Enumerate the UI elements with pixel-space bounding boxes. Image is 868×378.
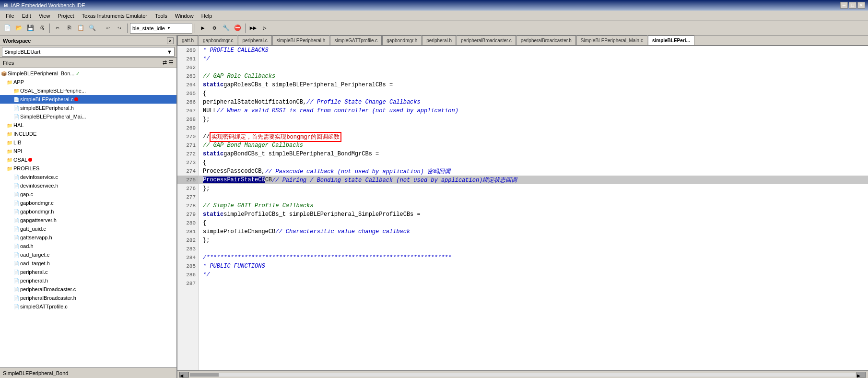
tree-item-app[interactable]: 📁APP	[0, 78, 176, 86]
print-button[interactable]: 🖨	[36, 23, 47, 34]
tab-peripheralBroadcaster-h[interactable]: peripheralBroadcaster.h	[516, 35, 576, 45]
tab-gapbondmgr-c[interactable]: gapbondmgr.c	[199, 35, 237, 45]
tree-item-label: LIB	[13, 140, 22, 145]
tree-item-lib[interactable]: 📁LIB	[0, 138, 176, 147]
line-numbers: 2602612622632642652662672682692702712722…	[177, 46, 199, 370]
paste-button[interactable]: 📋	[75, 23, 86, 34]
new-file-button[interactable]: 📄	[2, 23, 12, 34]
tree-item-osal-simplebleperiphe---[interactable]: 📁OSAL_SimpleBLEPeriphe...	[0, 86, 176, 95]
line-number: 261	[177, 55, 199, 63]
menu-window[interactable]: Window	[171, 12, 198, 20]
workspace-header: Workspace ×	[0, 35, 176, 46]
maximize-button[interactable]: □	[849, 2, 856, 9]
tab-peripheral-h[interactable]: peripheral.h	[422, 35, 456, 45]
tree-item-peripheralbroadcaster-h[interactable]: 📄peripheralBroadcaster.h	[0, 294, 176, 302]
tree-item-gapgattserver-h[interactable]: 📄gapgattserver.h	[0, 216, 176, 224]
cut-button[interactable]: ✂	[52, 23, 63, 34]
tree-item-include[interactable]: 📁INCLUDE	[0, 130, 176, 138]
tree-item-hal[interactable]: 📁HAL	[0, 121, 176, 130]
tree-item-npi[interactable]: 📁NPI	[0, 147, 176, 155]
scrollbar-track[interactable]	[190, 373, 856, 377]
workspace-dropdown[interactable]: SimpleBLEUart ▼	[2, 47, 175, 57]
save-button[interactable]: 💾	[25, 23, 35, 34]
tree-item-profiles[interactable]: 📁PROFILES	[0, 164, 176, 173]
tree-item-gapbondmgr-h[interactable]: 📄gapbondmgr.h	[0, 207, 176, 216]
stop-build-button[interactable]: ⛔	[232, 23, 243, 34]
debug-without-download-button[interactable]: ▷	[259, 23, 270, 34]
scroll-left-button[interactable]: ◀	[179, 372, 189, 378]
menu-view[interactable]: View	[35, 12, 54, 20]
menu-edit[interactable]: Edit	[18, 12, 35, 20]
menubar: File Edit View Project Texas Instruments…	[0, 11, 868, 21]
download-debug-button[interactable]: ▶▶	[248, 23, 258, 34]
find-button[interactable]: 🔍	[87, 23, 97, 34]
tree-item-simplebleperipheral-mai---[interactable]: 📄SimpleBLEPeripheral_Mai...	[0, 112, 176, 121]
workspace-close-button[interactable]: ×	[167, 37, 174, 44]
build-config-dropdown[interactable]: ble_state_idle ▼	[130, 23, 192, 34]
tree-item-peripheralbroadcaster-c[interactable]: 📄peripheralBroadcaster.c	[0, 285, 176, 294]
code-line: {	[199, 89, 868, 98]
tree-item-gattservapp-h[interactable]: 📄gattservapp.h	[0, 233, 176, 242]
tree-item-label: INCLUDE	[13, 131, 36, 137]
line-number: 267	[177, 106, 199, 115]
folder-icon: 📁	[7, 123, 12, 128]
tree-item-simplebleperipheral-h[interactable]: 📄simpleBLEPeripheral.h	[0, 104, 176, 112]
line-number: 286	[177, 271, 199, 279]
tree-item-peripheral-c[interactable]: 📄peripheral.c	[0, 268, 176, 276]
compile-button[interactable]: ▶	[198, 23, 208, 34]
tab-gapbondmgr-h[interactable]: gapbondmgr.h	[382, 35, 422, 45]
tab-simpleBLEPeripheral-h[interactable]: simpleBLEPeripheral.h	[272, 35, 330, 45]
file-icon: 📄	[13, 287, 19, 292]
line-number: 263	[177, 72, 199, 81]
copy-button[interactable]: ⎘	[64, 23, 74, 34]
file-icon: 📄	[13, 201, 19, 206]
code-content[interactable]: * PROFILE CALLBACKS */// GAP Role Callba…	[199, 46, 868, 370]
tab-SimpleBLEPeripheral-Main-c[interactable]: SimpleBLEPeripheral_Main.c	[576, 35, 647, 45]
menu-file[interactable]: File	[2, 12, 18, 20]
tree-item-gap-c[interactable]: 📄gap.c	[0, 190, 176, 199]
minimize-button[interactable]: ─	[840, 2, 848, 9]
code-line: // Simple GATT Profile Callbacks	[199, 201, 868, 210]
rebuild-button[interactable]: 🔧	[221, 23, 231, 34]
tree-item-peripheral-h[interactable]: 📄peripheral.h	[0, 276, 176, 285]
tab-peripheralBroadcaster-c[interactable]: peripheralBroadcaster.c	[457, 35, 516, 45]
tree-item-devinfoservice-c[interactable]: 📄devinfoservice.c	[0, 173, 176, 181]
line-number: 282	[177, 236, 199, 245]
tree-item-gatt-uuid-c[interactable]: 📄gatt_uuid.c	[0, 224, 176, 233]
tab-gatt-h[interactable]: gatt.h	[177, 35, 198, 45]
folder-icon: 📁	[7, 149, 12, 154]
tree-item-oad-target-h[interactable]: 📄oad_target.h	[0, 259, 176, 268]
close-button[interactable]: ✕	[857, 2, 865, 9]
tree-item-oad-target-c[interactable]: 📄oad_target.c	[0, 250, 176, 259]
horizontal-scrollbar[interactable]: ◀ ▶	[177, 370, 868, 378]
tab-simpleBLEPeri---[interactable]: simpleBLEPeri...	[648, 35, 694, 45]
menu-project[interactable]: Project	[54, 12, 78, 20]
menu-tools[interactable]: Tools	[151, 12, 171, 20]
settings-icon[interactable]: ☰	[169, 59, 174, 66]
tree-item-simplebleperipheral-c[interactable]: 📄simpleBLEPeripheral.c	[0, 95, 176, 104]
tab-peripheral-c[interactable]: peripheral.c	[238, 35, 271, 45]
tree-item-oad-h[interactable]: 📄oad.h	[0, 242, 176, 250]
tree-item-devinfoservice-h[interactable]: 📄devinfoservice.h	[0, 181, 176, 190]
tree-item-label: gatt_uuid.c	[20, 226, 46, 232]
tree-item-gapbondmgr-c[interactable]: 📄gapbondmgr.c	[0, 199, 176, 207]
tree-item-osal[interactable]: 📁OSAL	[0, 155, 176, 164]
menu-ti-emulator[interactable]: Texas Instruments Emulator	[78, 12, 151, 20]
menu-help[interactable]: Help	[198, 12, 216, 20]
tree-item-simplegattprofile-c[interactable]: 📄simpleGATTprofile.c	[0, 302, 176, 311]
tree-item-simplebleperipheral-bon---[interactable]: 📦SimpleBLEPeripheral_Bon... ✓	[0, 69, 176, 78]
folder-icon: 📁	[7, 140, 12, 145]
tab-simpleGATTprofile-c[interactable]: simpleGATTprofile.c	[330, 35, 382, 45]
scroll-right-button[interactable]: ▶	[856, 372, 866, 378]
undo-button[interactable]: ↩	[103, 23, 113, 34]
tree-item-label: gapbondmgr.h	[20, 209, 54, 214]
code-line: */	[199, 55, 868, 63]
sync-icon[interactable]: ⇄	[163, 59, 167, 66]
build-button[interactable]: ⚙	[209, 23, 220, 34]
line-number: 277	[177, 193, 199, 201]
code-line: static gapRolesCBs_t simpleBLEPeripheral…	[199, 81, 868, 89]
open-button[interactable]: 📂	[13, 23, 24, 34]
redo-button[interactable]: ↪	[114, 23, 125, 34]
scrollbar-thumb[interactable]	[190, 373, 219, 377]
line-number: 280	[177, 219, 199, 227]
